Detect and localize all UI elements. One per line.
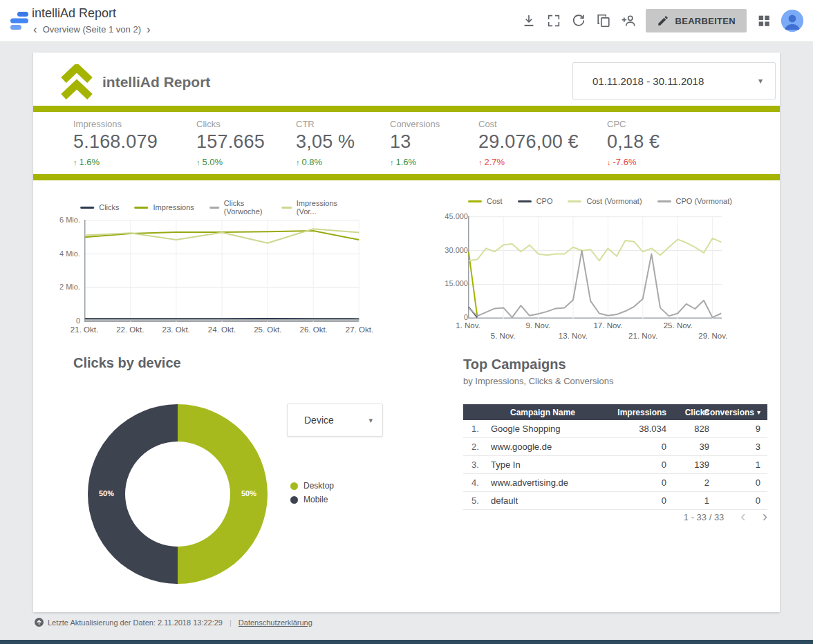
x-tick-label: 25. Okt. [254,325,281,334]
breadcrumb: ‹ Overview (Seite 1 von 2) › [33,24,151,35]
kpi-value: 5.168.079 [73,131,196,153]
share-add-person-icon[interactable] [621,13,636,28]
col-conversions[interactable]: Conversions▾ [709,408,767,417]
copy-icon[interactable] [596,13,611,28]
x-tick-label: 23. Okt. [162,325,190,334]
x-tick-label: 27. Okt. [346,325,373,334]
kpi-delta: 1.6% [80,157,100,167]
page-next-icon[interactable]: › [763,510,767,524]
kpi-label: Cost [478,119,607,129]
date-range-value: 01.11.2018 - 30.11.2018 [573,75,758,87]
kpi-cost: Cost 29.076,00 € ↑2.7% [478,119,607,167]
pencil-icon [657,15,669,27]
x-axis-labels: 1. Nov.9. Nov.17. Nov.25. Nov.5. Nov.13.… [468,321,722,342]
apps-grid-icon[interactable] [756,13,772,28]
x-tick-label: 17. Nov. [593,321,622,330]
trend-up-icon: ↑ [296,158,300,167]
kpi-value: 157.665 [196,131,296,153]
legend-item: CPO (Vormonat) [657,197,732,205]
legend-item-mobile: Mobile [290,495,334,504]
intelliad-logo-icon [61,64,93,103]
x-axis-labels: 21. Okt.22. Okt.23. Okt.24. Okt.25. Okt.… [84,325,359,337]
line-chart-plot [468,216,722,319]
refresh-icon[interactable] [571,13,586,28]
kpi-label: CTR [296,119,390,129]
device-donut-chart: 50% 50% [88,404,268,584]
data-freshness-icon [35,618,44,627]
footer-separator: | [230,618,232,627]
kpi-ctr: CTR 3,05 % ↑0.8% [296,119,390,167]
x-tick-label: 21. Nov. [628,332,657,340]
campaigns-subtitle: by Impressions, Clicks & Conversions [463,376,613,386]
table-pagination: 1 - 33 / 33 ‹ › [463,510,767,524]
fullscreen-icon[interactable] [546,13,561,28]
x-tick-label: 22. Okt. [116,325,144,334]
bottom-bar [0,640,813,644]
y-tick-label: 0 [436,313,468,321]
legend-item-desktop: Desktop [290,481,334,491]
kpi-cpc: CPC 0,18 € ↓-7.6% [607,119,772,167]
kpi-clicks: Clicks 157.665 ↑5.0% [196,119,296,167]
kpi-conversions: Conversions 13 ↑1.6% [390,119,478,167]
download-icon[interactable] [521,13,536,28]
page: intelliAd Report ‹ Overview (Seite 1 von… [0,0,813,644]
edit-button[interactable]: BEARBEITEN [646,9,747,32]
kpi-value: 0,18 € [607,131,772,153]
kpi-delta: 2.7% [485,157,505,167]
x-tick-label: 13. Nov. [559,332,588,340]
y-tick-label: 0 [48,316,80,325]
next-page-icon[interactable]: › [147,25,151,34]
accent-divider-top [33,106,780,112]
device-filter-dropdown[interactable]: Device ▾ [287,404,383,437]
table-row: 2.www.google.de0393 [463,438,767,456]
donut-hole [125,442,230,547]
trend-up-icon: ↑ [196,158,200,167]
edit-button-label: BEARBEITEN [675,16,736,26]
table-row: 3.Type In01391 [463,456,767,474]
kpi-delta: 1.6% [396,157,417,167]
report-canvas: intelliAd Report 01.11.2018 - 30.11.2018… [33,53,780,612]
device-legend: Desktop Mobile [290,481,334,504]
kpi-label: Conversions [390,119,478,129]
donut-slice-label: 50% [241,489,256,498]
clicks-impressions-chart: Clicks Impressions Clicks (Vorwoche) Imp… [48,196,373,338]
col-campaign-name[interactable]: Campaign Name [491,408,595,417]
chevron-down-icon: ▾ [758,76,775,86]
x-tick-label: 21. Okt. [71,325,98,334]
col-clicks[interactable]: Clicks [666,408,709,417]
table-row: 5.default010 [463,492,767,510]
date-range-selector[interactable]: 01.11.2018 - 30.11.2018 ▾ [572,62,776,100]
x-tick-label: 5. Nov. [491,332,516,340]
chart-legend: Cost CPO Cost (Vormonat) CPO (Vormonat) [468,197,732,205]
legend-item: Clicks (Vorwoche) [209,199,267,216]
col-impressions[interactable]: Impressions [595,408,666,417]
topbar-actions: BEARBEITEN [521,0,803,41]
table-row: 1.Google Shopping38.0348289 [463,420,767,438]
y-tick-label: 2 Mio. [48,283,80,291]
prev-page-icon[interactable]: ‹ [33,25,37,34]
campaigns-table: Campaign Name Impressions Clicks Convers… [463,404,767,510]
legend-item: Cost [468,197,503,205]
cost-cpo-chart: Cost CPO Cost (Vormonat) CPO (Vormonat) … [436,194,759,350]
y-axis-labels: 6 Mio.4 Mio.2 Mio.0 [48,215,84,316]
user-avatar[interactable] [781,10,803,32]
legend-item: CPO [518,197,553,205]
kpi-row: Impressions 5.168.079 ↑1.6% Clicks 157.6… [73,119,772,167]
kpi-label: CPC [607,119,772,129]
kpi-value: 3,05 % [296,131,390,153]
privacy-link[interactable]: Datenschutzerklärung [239,618,312,627]
kpi-impressions: Impressions 5.168.079 ↑1.6% [73,119,196,167]
x-tick-label: 9. Nov. [525,321,550,330]
y-tick-label: 15.000 [436,279,468,287]
y-tick-label: 30.000 [436,246,468,254]
x-tick-label: 29. Nov. [698,332,727,340]
table-header: Campaign Name Impressions Clicks Convers… [463,404,767,420]
table-row: 4.www.advertising.de020 [463,474,767,492]
page-footer: Letzte Aktualisierung der Daten: 2.11.20… [35,618,312,627]
device-section-title: Clicks by device [73,355,181,371]
page-prev-icon[interactable]: ‹ [740,510,745,524]
legend-item: Clicks [80,203,119,211]
chart-legend: Clicks Impressions Clicks (Vorwoche) Imp… [80,199,342,216]
y-tick-label: 4 Mio. [48,249,80,258]
datastudio-logo-icon[interactable] [9,10,30,34]
